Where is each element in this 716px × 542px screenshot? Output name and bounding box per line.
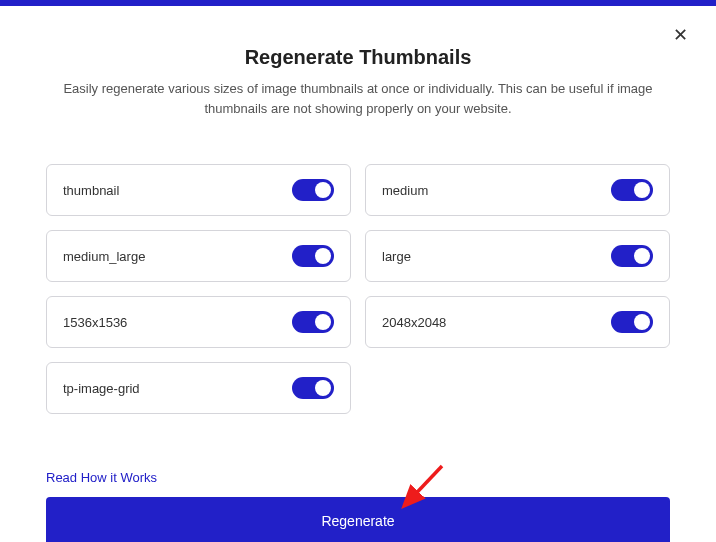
toggle-large[interactable] [611, 245, 653, 267]
toggle-knob [315, 248, 331, 264]
option-medium: medium [365, 164, 670, 216]
toggle-thumbnail[interactable] [292, 179, 334, 201]
option-large: large [365, 230, 670, 282]
toggle-knob [315, 314, 331, 330]
modal-content: Regenerate Thumbnails Easily regenerate … [0, 6, 716, 542]
close-icon: ✕ [673, 25, 688, 45]
option-label: 1536x1536 [63, 315, 127, 330]
option-medium-large: medium_large [46, 230, 351, 282]
option-label: tp-image-grid [63, 381, 140, 396]
toggle-2048x2048[interactable] [611, 311, 653, 333]
toggle-tp-image-grid[interactable] [292, 377, 334, 399]
option-label: 2048x2048 [382, 315, 446, 330]
options-grid: thumbnail medium medium_large large 1536… [46, 164, 670, 414]
toggle-knob [315, 380, 331, 396]
option-thumbnail: thumbnail [46, 164, 351, 216]
toggle-1536x1536[interactable] [292, 311, 334, 333]
option-2048x2048: 2048x2048 [365, 296, 670, 348]
regenerate-button[interactable]: Regenerate [46, 497, 670, 542]
toggle-medium[interactable] [611, 179, 653, 201]
toggle-medium-large[interactable] [292, 245, 334, 267]
close-button[interactable]: ✕ [673, 26, 688, 44]
toggle-knob [634, 182, 650, 198]
option-label: medium [382, 183, 428, 198]
option-label: large [382, 249, 411, 264]
toggle-knob [634, 248, 650, 264]
page-title: Regenerate Thumbnails [46, 46, 670, 69]
page-subtitle: Easily regenerate various sizes of image… [46, 79, 670, 118]
option-label: thumbnail [63, 183, 119, 198]
option-1536x1536: 1536x1536 [46, 296, 351, 348]
toggle-knob [634, 314, 650, 330]
option-tp-image-grid: tp-image-grid [46, 362, 351, 414]
option-label: medium_large [63, 249, 145, 264]
read-how-it-works-link[interactable]: Read How it Works [46, 470, 157, 485]
toggle-knob [315, 182, 331, 198]
